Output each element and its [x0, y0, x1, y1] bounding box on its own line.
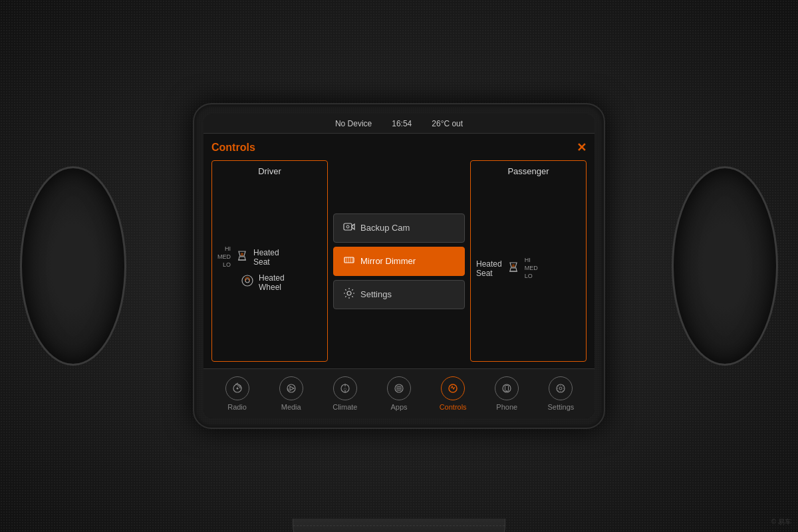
radio-icon — [225, 376, 249, 400]
watermark: © 易车 — [771, 517, 791, 527]
driver-heated-seat-label: HeatedSeat — [253, 248, 279, 267]
apps-label: Apps — [390, 403, 407, 411]
settings-button[interactable]: Settings — [333, 280, 465, 309]
close-button[interactable]: ✕ — [577, 140, 587, 155]
svg-point-24 — [506, 390, 507, 392]
mirror-dimmer-icon — [343, 254, 355, 269]
driver-seat-icon — [235, 249, 249, 267]
driver-seat-levels: HIMEDLO — [217, 245, 231, 269]
driver-title: Driver — [258, 166, 281, 176]
content-area: Controls ✕ Driver HIMEDLO — [203, 134, 595, 418]
backup-cam-icon — [343, 221, 355, 235]
settings-label: Settings — [360, 289, 392, 299]
mirror-dimmer-label: Mirror Dimmer — [360, 256, 416, 266]
controls-title: Controls — [211, 142, 255, 154]
vent-left — [20, 166, 126, 366]
svg-point-26 — [559, 387, 562, 390]
backup-cam-button[interactable]: Backup Cam — [333, 213, 465, 243]
passenger-heated-seat-row[interactable]: HeatedSeat — [476, 257, 581, 280]
nav-settings-icon — [549, 376, 573, 400]
clock: 16:54 — [392, 119, 412, 128]
mirror-dimmer-button[interactable]: Mirror Dimmer — [333, 247, 465, 276]
nav-phone[interactable]: Phone — [485, 376, 529, 411]
outside-temp: 26°C out — [432, 119, 463, 128]
driver-heated-seat-row[interactable]: HIMEDLO — [217, 245, 322, 269]
svg-point-0 — [242, 275, 253, 286]
stitch-line — [293, 525, 505, 527]
nav-apps[interactable]: Apps — [377, 376, 420, 411]
passenger-heated-seat-label: HeatedSeat — [476, 259, 502, 278]
driver-panel: Driver HIMEDLO — [211, 160, 328, 362]
passenger-seat-icon — [506, 260, 521, 278]
svg-point-9 — [347, 291, 351, 295]
controls-panel: Controls ✕ Driver HIMEDLO — [203, 134, 595, 368]
screen: No Device 16:54 26°C out Controls ✕ — [203, 114, 595, 418]
controls-label: Controls — [440, 403, 467, 411]
climate-label: Climate — [332, 403, 357, 411]
passenger-controls: HeatedSeat — [476, 182, 581, 356]
passenger-seat-levels: HIMEDLO — [525, 257, 538, 280]
nav-settings[interactable]: Settings — [539, 376, 583, 411]
svg-point-1 — [245, 279, 249, 283]
media-label: Media — [281, 403, 301, 411]
controls-grid: Driver HIMEDLO — [211, 160, 587, 362]
svg-point-11 — [236, 388, 238, 390]
bottom-nav: Radio Media — [203, 368, 595, 418]
settings-icon — [343, 287, 355, 302]
settings-nav-label: Settings — [548, 403, 575, 411]
media-icon — [279, 376, 303, 400]
passenger-title: Passenger — [507, 166, 549, 176]
driver-controls: HIMEDLO — [217, 182, 322, 356]
nav-radio[interactable]: Radio — [215, 376, 259, 411]
nav-climate[interactable]: ○ Climate — [323, 376, 366, 411]
vent-right — [672, 166, 778, 366]
backup-cam-label: Backup Cam — [360, 223, 410, 233]
passenger-panel: Passenger HeatedSeat — [470, 160, 587, 362]
svg-rect-2 — [344, 223, 352, 230]
driver-heated-wheel-row[interactable]: HeatedWheel — [217, 273, 322, 292]
svg-point-3 — [346, 225, 349, 228]
controls-header: Controls ✕ — [211, 140, 587, 155]
car-surround: No Device 16:54 26°C out Controls ✕ — [0, 0, 798, 532]
device-status: No Device — [335, 119, 372, 128]
apps-icon — [387, 376, 411, 400]
driver-wheel-icon — [240, 273, 255, 291]
phone-icon — [495, 376, 519, 400]
screen-bezel: No Device 16:54 26°C out Controls ✕ — [193, 103, 605, 429]
armrest — [293, 519, 505, 532]
climate-icon: ○ — [333, 376, 357, 400]
status-bar: No Device 16:54 26°C out — [203, 114, 595, 134]
nav-media[interactable]: Media — [269, 376, 313, 411]
radio-label: Radio — [227, 403, 247, 411]
phone-label: Phone — [496, 403, 517, 411]
nav-controls[interactable]: Controls — [432, 376, 475, 411]
controls-icon — [441, 376, 465, 400]
center-column: Backup Cam — [333, 160, 465, 362]
driver-heated-wheel-label: HeatedWheel — [259, 273, 285, 292]
